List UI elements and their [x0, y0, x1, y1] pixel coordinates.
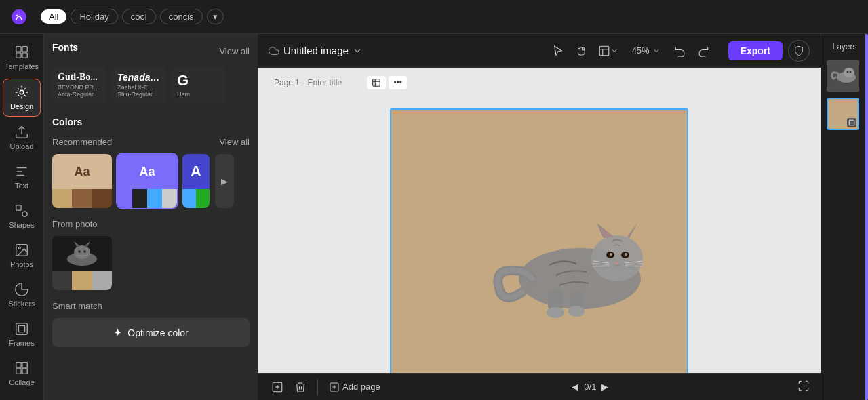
font-card-1[interactable]: Tenada-... Zaebel X-E... Stilu-Regular: [112, 66, 166, 103]
swatch: [92, 189, 112, 208]
sidebar-item-collage[interactable]: Collage: [3, 355, 41, 392]
fonts-view-all[interactable]: View all: [219, 46, 250, 56]
page-title-input[interactable]: [307, 78, 361, 87]
zoom-label: 45%: [632, 45, 650, 56]
redo-button[interactable]: [694, 42, 712, 60]
sidebar-label-upload: Upload: [10, 142, 34, 151]
delete-page-button[interactable]: [292, 378, 309, 396]
palette-card-2[interactable]: A: [182, 154, 210, 208]
canva-logo[interactable]: [8, 6, 30, 28]
tag-holiday[interactable]: Holiday: [71, 9, 117, 24]
tag-cool[interactable]: cool: [122, 9, 156, 24]
layers-panel: Layers: [821, 34, 868, 400]
pointer-icon: [552, 45, 564, 57]
sidebar-item-frames[interactable]: Frames: [3, 316, 41, 353]
font-name-0: Guti-Bo...: [58, 72, 101, 83]
tag-concise[interactable]: concis: [160, 9, 203, 24]
cat-mini-svg: [58, 240, 106, 267]
layer-thumb-bg[interactable]: [827, 98, 859, 130]
photo-preview: [52, 236, 112, 271]
optimize-color-button[interactable]: ✦ Optimize color: [52, 318, 250, 347]
main-layout: Templates Design Upload Text Shapes Phot…: [0, 34, 868, 400]
canvas-action-buttons: •••: [367, 76, 407, 89]
layer-thumb-cat[interactable]: [827, 60, 859, 92]
palette-card-1[interactable]: Aa: [117, 154, 177, 208]
palette-swatches-2: [182, 189, 210, 208]
canvas-frame[interactable]: [390, 108, 688, 373]
smart-match-header: Smart match: [52, 301, 250, 311]
palette-preview-1: Aa: [117, 154, 177, 189]
svg-rect-24: [599, 46, 609, 56]
sidebar-label-text: Text: [15, 182, 28, 190]
from-photo-header: From photo: [52, 219, 250, 229]
fullscreen-icon: [797, 380, 810, 392]
hand-tool-button[interactable]: [572, 42, 590, 60]
svg-rect-8: [16, 205, 21, 210]
photo-color-card[interactable]: [52, 236, 112, 290]
add-page-button[interactable]: Add page: [326, 379, 383, 395]
sidebar-item-design[interactable]: Design: [3, 79, 41, 117]
sidebar-label-stickers: Stickers: [8, 300, 35, 308]
sidebar-label-design: Design: [10, 102, 33, 111]
font-sub2-1: Stilu-Regular: [117, 91, 161, 98]
svg-rect-15: [22, 363, 27, 367]
add-icon: [329, 382, 340, 393]
redo-icon: [697, 45, 709, 57]
topbar: All Holiday cool concis ▾: [0, 0, 868, 34]
palette-row: Aa Aa A: [52, 154, 250, 208]
page-label-area: Page 1 - •••: [274, 76, 407, 89]
swatch: [52, 189, 72, 208]
svg-rect-4: [16, 53, 21, 58]
left-panel: Fonts View all Guti-Bo... BEYOND PRO... …: [44, 34, 258, 400]
svg-point-37: [625, 253, 627, 256]
fonts-grid: Guti-Bo... BEYOND PRO... Anta-Regular Te…: [52, 66, 250, 103]
add-page-icon-button[interactable]: [269, 378, 286, 396]
sidebar-label-photos: Photos: [10, 260, 33, 268]
palette-swatches-1: [117, 189, 177, 208]
layout-button[interactable]: [595, 42, 621, 60]
doc-title[interactable]: Untitled image: [269, 45, 362, 56]
svg-marker-20: [74, 241, 79, 247]
chevron-down-small-icon: [610, 47, 618, 55]
canvas-toolbar: Untitled image 45%: [258, 34, 821, 68]
canvas-workspace[interactable]: Page 1 - •••: [258, 68, 821, 373]
from-photo-section: From photo: [52, 219, 250, 290]
layer-edit-icon: [847, 118, 856, 127]
next-page-button[interactable]: ▶: [601, 382, 608, 392]
sidebar-item-stickers[interactable]: Stickers: [3, 277, 41, 313]
undo-button[interactable]: [671, 42, 689, 60]
canvas-area: Untitled image 45%: [258, 34, 821, 400]
page-label: Page 1 -: [274, 78, 304, 87]
sidebar-item-shapes[interactable]: Shapes: [3, 198, 41, 235]
palette-card-0[interactable]: Aa: [52, 154, 112, 208]
sidebar-item-upload[interactable]: Upload: [3, 119, 41, 156]
prev-page-button[interactable]: ◀: [572, 382, 578, 392]
fullscreen-button[interactable]: [797, 380, 810, 394]
doc-title-text: Untitled image: [283, 45, 349, 56]
palette-preview-2: A: [182, 154, 210, 189]
tag-all[interactable]: All: [41, 9, 66, 24]
tag-more-button[interactable]: ▾: [207, 9, 224, 24]
pointer-tool-button[interactable]: [549, 42, 567, 60]
sidebar-label-templates: Templates: [5, 62, 39, 71]
sidebar-label-frames: Frames: [9, 339, 34, 347]
canvas-resize-button[interactable]: [367, 76, 386, 89]
smart-match-section: Smart match ✦ Optimize color: [52, 301, 250, 347]
shield-button[interactable]: [788, 40, 810, 62]
sidebar-item-templates[interactable]: Templates: [3, 39, 41, 76]
colors-view-all[interactable]: View all: [219, 137, 250, 147]
font-card-0[interactable]: Guti-Bo... BEYOND PRO... Anta-Regular: [52, 66, 106, 103]
export-button[interactable]: Export: [728, 41, 783, 60]
svg-point-48: [568, 306, 585, 317]
colors-title: Colors: [52, 117, 82, 127]
svg-rect-16: [16, 369, 21, 374]
sidebar-item-text[interactable]: Text: [3, 159, 41, 195]
font-card-2[interactable]: G Ham: [172, 66, 226, 103]
font-name-2: G: [177, 72, 220, 89]
zoom-button[interactable]: 45%: [627, 43, 666, 58]
chevron-down-icon: [353, 46, 362, 56]
palette-chevron-button[interactable]: ▶: [215, 154, 234, 208]
canvas-more-button[interactable]: •••: [389, 76, 407, 89]
sidebar-item-photos[interactable]: Photos: [3, 237, 41, 274]
swatch: [162, 189, 177, 208]
